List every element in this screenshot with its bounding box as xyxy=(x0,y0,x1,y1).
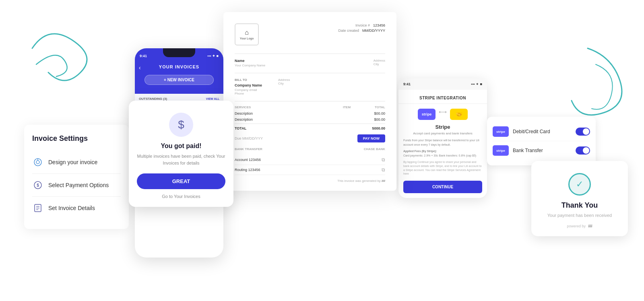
mobile-header-title: YOUR INVOICES xyxy=(140,64,219,69)
new-invoice-button[interactable]: + NEW INVOICE xyxy=(144,75,214,85)
logo-house-icon: ⌂ xyxy=(245,29,249,36)
bank-name: Chase Bank xyxy=(364,147,385,151)
copy-routing-icon[interactable]: ⧉ xyxy=(382,167,385,173)
stripe-logos: stripe ⟷ 🤝 xyxy=(403,109,482,120)
bill-to-label: BILL TO xyxy=(235,78,262,82)
row-desc-0: Description xyxy=(235,111,253,115)
details-icon xyxy=(32,202,43,214)
due-row: Due MM/DD/YYY PAY NOW xyxy=(235,134,385,142)
powered-by-label: powered by lili xyxy=(539,224,620,228)
invoice-meta: Invoice # 123456 Date created MM/DD/YYYY xyxy=(338,23,385,34)
stripe-continue-button[interactable]: CONTINUE xyxy=(403,181,482,193)
total-amount: 5000.00 xyxy=(372,126,385,130)
stripe-time: 9:41 xyxy=(403,82,411,86)
services-row-0: Description $00.00 xyxy=(235,111,385,115)
thank-you-title: Thank You xyxy=(539,201,620,210)
name-label: Name xyxy=(235,59,265,63)
row-amount-0: $00.00 xyxy=(374,111,385,115)
settings-details-label: Set Invoice Details xyxy=(48,205,95,211)
divider-1 xyxy=(235,54,385,54)
mobile-back-btn[interactable]: ‹ xyxy=(139,64,141,71)
mobile-time: 9:41 xyxy=(140,54,147,58)
settings-design-label: Design your invoice xyxy=(48,159,97,165)
paid-title: You got paid! xyxy=(137,142,225,150)
stripe-bank-badge: stripe xyxy=(493,145,509,156)
mobile-header: ‹ YOUR INVOICES xyxy=(135,60,223,75)
copy-account-icon[interactable]: ⧉ xyxy=(382,157,385,163)
city-placeholder: City xyxy=(374,62,385,66)
stripe-desc: Accept card payments and bank transfers xyxy=(403,132,482,135)
total-label: TOTAL xyxy=(235,126,246,130)
city-bill: City xyxy=(278,82,290,85)
settings-payment-label: Select Payment Options xyxy=(48,182,109,188)
svg-text:$: $ xyxy=(37,183,39,188)
settings-item-payment[interactable]: $ Select Payment Options xyxy=(32,174,121,197)
design-icon xyxy=(32,157,43,168)
account-label: Account 123456 xyxy=(235,158,261,162)
date-created: MM/DD/YYYY xyxy=(362,29,385,33)
logo-box: ⌂ Your Logo xyxy=(235,23,259,45)
svg-point-1 xyxy=(36,161,39,164)
item-label: ITEM xyxy=(343,105,351,109)
company-name-bill: Company Name xyxy=(235,83,262,87)
mobile-notch xyxy=(163,48,195,57)
powered-text: powered by xyxy=(567,224,586,228)
paid-subtitle: Multiple invoices have been paid, check … xyxy=(137,153,225,166)
total-col-label: TOTAL xyxy=(375,105,385,109)
thank-you-panel: ✓ Thank You Your payment has been receiv… xyxy=(531,161,628,236)
payment-icon: $ xyxy=(32,179,43,191)
paid-overlay: $ You got paid! Multiple invoices have b… xyxy=(129,101,233,207)
row-amount-1: $00.00 xyxy=(374,118,385,122)
stripe-header-title: STRIPE INTEGRATION xyxy=(419,96,466,100)
stripe-signal: ▪▪▪ ✦ ■ xyxy=(471,82,482,86)
phone-placeholder: Phone xyxy=(235,92,262,95)
invoice-document: ⌂ Your Logo Invoice # 123456 Date create… xyxy=(223,12,396,191)
invoice-settings-title: Invoice Settings xyxy=(32,134,121,143)
outstanding-label: OUTSTANDING (3) xyxy=(139,97,167,101)
invoice-bill-to: BILL TO Company Name Company email Phone… xyxy=(235,78,385,95)
footer-text: This invoice was generated by xyxy=(337,179,381,183)
stripe-debit-badge: stripe xyxy=(493,126,509,137)
address-placeholder: Address xyxy=(374,59,385,62)
bank-toggle[interactable] xyxy=(576,146,590,155)
stripe-panel-header: STRIPE INTEGRATION xyxy=(398,90,487,104)
services-header: SERVICES ITEM TOTAL xyxy=(235,105,385,109)
company-name: Your Company Name xyxy=(235,64,265,67)
pay-now-button[interactable]: PAY NOW xyxy=(357,134,385,142)
due-date: Due MM/DD/YYY xyxy=(235,136,263,140)
date-created-label: Date created xyxy=(338,29,359,33)
divider-2 xyxy=(235,73,385,73)
stripe-legal: By tapping Continue you agree to share y… xyxy=(403,160,482,176)
debit-toggle[interactable] xyxy=(576,128,590,136)
routing-row: Routing 123456 ⧉ xyxy=(235,165,385,175)
payment-option-debit: stripe Debit/Credit Card xyxy=(493,122,590,141)
invoice-from-section: Name Your Company Name Address City xyxy=(235,59,385,67)
settings-item-details[interactable]: Set Invoice Details xyxy=(32,197,121,219)
lili-badge: 🤝 xyxy=(450,109,468,120)
dollar-icon: $ xyxy=(178,118,184,131)
services-row-1: Description $00.00 xyxy=(235,118,385,122)
stripe-badge: stripe xyxy=(418,109,436,120)
checkmark-circle: ✓ xyxy=(568,173,591,196)
debit-label: Debit/Credit Card xyxy=(513,129,550,134)
thank-you-subtitle: Your payment has been received xyxy=(539,213,620,218)
mobile-signal: ▪▪▪ ✦ ■ xyxy=(207,54,219,58)
settings-item-design[interactable]: Design your invoice xyxy=(32,151,121,174)
footer-brand: lili xyxy=(382,179,385,183)
company-email: Company email xyxy=(235,88,262,92)
view-all-link[interactable]: VIEW ALL xyxy=(206,97,219,100)
stripe-body: stripe ⟷ 🤝 Stripe Accept card payments a… xyxy=(398,104,487,198)
connect-icon: ⟷ xyxy=(439,109,447,120)
services-label: SERVICES xyxy=(235,105,251,109)
great-button[interactable]: GREAT xyxy=(137,173,225,189)
bank-transfer-label: BANK TRANSFER xyxy=(235,147,262,151)
go-to-invoices-link[interactable]: Go to Your Invoices xyxy=(137,194,225,199)
fees-detail: Card payments: 2.9% + 30c Bank transfers… xyxy=(403,154,476,157)
payment-options-panel: stripe Debit/Credit Card stripe Bank Tra… xyxy=(487,117,596,165)
paid-icon-circle: $ xyxy=(169,113,193,137)
services-table: SERVICES ITEM TOTAL Description $00.00 D… xyxy=(235,101,385,130)
address-bill: Address xyxy=(278,78,290,82)
stripe-fees: Applied Fees (By Stripe): Card payments:… xyxy=(403,149,482,158)
bank-label: Bank Transfer xyxy=(513,148,543,153)
deco-curve-topleft xyxy=(24,16,105,89)
